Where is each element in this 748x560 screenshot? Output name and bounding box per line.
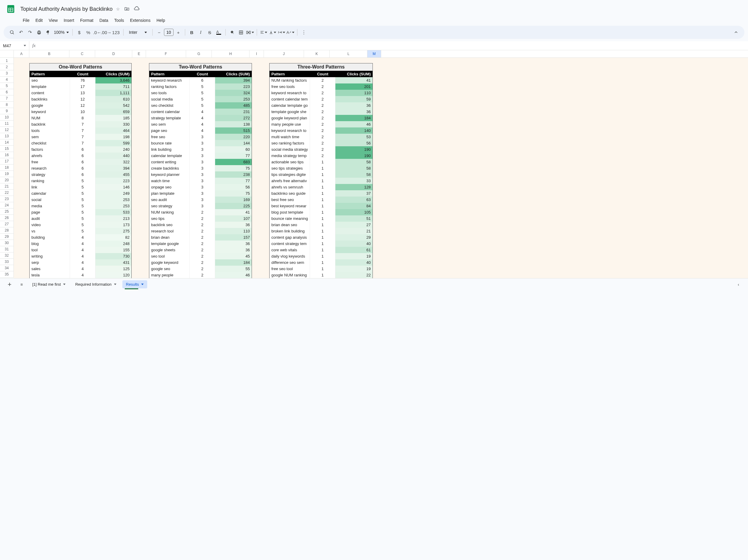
scroll-left-icon[interactable]: ‹ [734, 280, 743, 289]
row-header-25[interactable]: 25 [0, 209, 14, 215]
menu-extensions[interactable]: Extensions [127, 17, 153, 24]
table-row[interactable]: keyword10659 [30, 109, 131, 115]
col-header-E[interactable]: E [132, 50, 146, 57]
table-row[interactable]: seo tools5324 [149, 90, 252, 96]
table-row[interactable]: bounce rate meaning151 [270, 215, 373, 222]
table-row[interactable]: brian dean2157 [149, 234, 252, 240]
table-row[interactable]: broken link building121 [270, 228, 373, 234]
row-header-17[interactable]: 17 [0, 158, 14, 165]
table-row[interactable]: template17711 [30, 84, 131, 90]
row-header-9[interactable]: 9 [0, 108, 14, 114]
table-row[interactable]: sem7198 [30, 134, 131, 140]
table-row[interactable]: checklist7599 [30, 140, 131, 146]
row-header-1[interactable]: 1 [0, 58, 14, 64]
table-row[interactable]: seo tips2107 [149, 215, 252, 222]
table-row[interactable]: calendar template go236 [270, 102, 373, 109]
table-row[interactable]: building482 [30, 234, 131, 240]
menu-edit[interactable]: Edit [33, 17, 45, 24]
row-header-19[interactable]: 19 [0, 171, 14, 177]
table-row[interactable]: seo ranking factors256 [270, 140, 373, 146]
name-box[interactable]: M47 [0, 41, 29, 50]
increase-font-icon[interactable]: + [174, 28, 183, 37]
table-row[interactable]: ahrefs6440 [30, 153, 131, 159]
more-icon[interactable]: ⋮ [300, 28, 308, 37]
row-header-26[interactable]: 26 [0, 215, 14, 221]
strikethrough-icon[interactable]: S [206, 28, 214, 37]
table-row[interactable]: sales4125 [30, 266, 131, 272]
menu-tools[interactable]: Tools [112, 17, 126, 24]
table-row[interactable]: seo763,646 [30, 77, 131, 84]
table-row[interactable]: backlink seo236 [149, 222, 252, 228]
table-row[interactable]: many people246 [149, 272, 252, 278]
redo-icon[interactable]: ↷ [26, 28, 34, 37]
zoom-select[interactable]: 100% [53, 30, 70, 35]
collapse-toolbar-icon[interactable] [732, 28, 740, 37]
table-row[interactable]: seo sem4138 [149, 121, 252, 127]
h-align-icon[interactable] [259, 28, 268, 37]
table-row[interactable]: google keyword plan2184 [270, 115, 373, 121]
col-header-H[interactable]: H [212, 50, 250, 57]
row-header-7[interactable]: 7 [0, 95, 14, 102]
increase-decimal-icon[interactable]: .00→ [102, 28, 110, 37]
row-header-32[interactable]: 32 [0, 253, 14, 259]
menu-help[interactable]: Help [154, 17, 167, 24]
row-header-15[interactable]: 15 [0, 146, 14, 152]
table-row[interactable]: google12542 [30, 102, 131, 109]
col-header-D[interactable]: D [95, 50, 132, 57]
v-align-icon[interactable] [268, 28, 277, 37]
col-header-G[interactable]: G [186, 50, 212, 57]
row-header-2[interactable]: 2 [0, 64, 14, 70]
table-row[interactable]: multi watch time253 [270, 134, 373, 140]
col-header-M[interactable]: M [368, 50, 381, 57]
table-row[interactable]: free seo tools2201 [270, 84, 373, 90]
table-row[interactable]: seo tool245 [149, 253, 252, 259]
currency-icon[interactable]: $ [75, 28, 84, 37]
table-row[interactable]: content calendar tem259 [270, 96, 373, 102]
fill-color-icon[interactable] [228, 28, 236, 37]
table-row[interactable]: keyword research6394 [149, 77, 252, 84]
row-header-23[interactable]: 23 [0, 196, 14, 202]
row-header-6[interactable]: 6 [0, 89, 14, 95]
table-row[interactable]: many people use246 [270, 121, 373, 127]
table-row[interactable]: writing4730 [30, 253, 131, 259]
table-row[interactable]: factors6240 [30, 146, 131, 153]
table-row[interactable]: video5173 [30, 222, 131, 228]
print-icon[interactable] [35, 28, 43, 37]
table-row[interactable]: template google236 [149, 240, 252, 247]
table-row[interactable]: tool4155 [30, 247, 131, 253]
table-row[interactable]: best keyword resear184 [270, 203, 373, 209]
table-row[interactable]: seo checklist5485 [149, 102, 252, 109]
menu-view[interactable]: View [46, 17, 60, 24]
move-icon[interactable] [124, 6, 130, 12]
table-row[interactable]: content strategy tem140 [270, 240, 373, 247]
select-all-cell[interactable] [0, 50, 14, 57]
row-header-13[interactable]: 13 [0, 133, 14, 139]
star-icon[interactable]: ☆ [116, 6, 120, 11]
sheets-logo[interactable] [5, 3, 17, 15]
table-row[interactable]: calendar5249 [30, 190, 131, 196]
table-row[interactable]: tools7464 [30, 127, 131, 134]
table-row[interactable]: backlink7330 [30, 121, 131, 127]
table-row[interactable]: content131,111 [30, 90, 131, 96]
col-header-I[interactable]: I [250, 50, 264, 57]
table-row[interactable]: keyword research to2140 [270, 127, 373, 134]
table-row[interactable]: research6394 [30, 165, 131, 171]
table-row[interactable]: best free seo163 [270, 196, 373, 203]
table-row[interactable]: media5253 [30, 203, 131, 209]
borders-icon[interactable] [237, 28, 246, 37]
rotate-icon[interactable]: A↗ [286, 28, 295, 37]
table-row[interactable]: ranking factors5223 [149, 84, 252, 90]
add-sheet-icon[interactable]: + [5, 280, 14, 289]
table-row[interactable]: seo tips strategies158 [270, 165, 373, 171]
table-row[interactable]: plan template375 [149, 190, 252, 196]
row-header-24[interactable]: 24 [0, 202, 14, 209]
table-row[interactable]: calendar template377 [149, 153, 252, 159]
table-row[interactable]: backlinks12610 [30, 96, 131, 102]
font-size-input[interactable] [164, 29, 173, 36]
row-header-22[interactable]: 22 [0, 190, 14, 196]
table-row[interactable]: google seo255 [149, 266, 252, 272]
table-row[interactable]: content gap analysis129 [270, 234, 373, 240]
row-header-3[interactable]: 3 [0, 70, 14, 76]
row-header-21[interactable]: 21 [0, 183, 14, 190]
table-row[interactable]: content writing3683 [149, 159, 252, 165]
